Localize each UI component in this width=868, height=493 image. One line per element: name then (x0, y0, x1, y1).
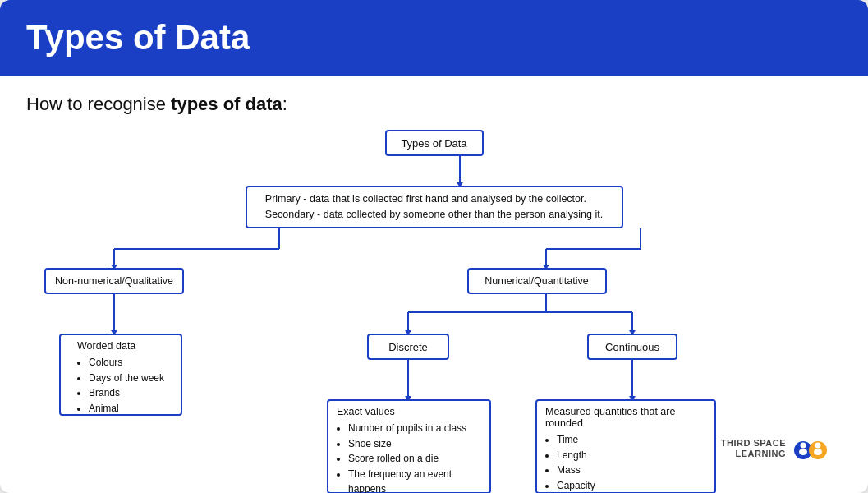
svg-point-28 (815, 443, 821, 449)
logo-line2: LEARNING (721, 449, 786, 459)
list-item: Colours (89, 355, 164, 371)
numerical-label: Numerical/Quantitative (485, 275, 588, 287)
list-item: Capacity (557, 478, 706, 493)
measured-list: Time Length Mass Capacity (545, 432, 706, 493)
box-continuous: Continuous (587, 334, 677, 360)
list-item: Mass (557, 463, 706, 478)
non-numerical-label: Non-numerical/Qualitative (55, 275, 173, 287)
box-exact: Exact values Number of pupils in a class… (327, 399, 491, 493)
box-measured: Measured quantities that are rounded Tim… (535, 399, 716, 493)
svg-point-27 (799, 449, 807, 455)
box-non-numerical: Non-numerical/Qualitative (44, 268, 184, 294)
discrete-label: Discrete (388, 341, 428, 353)
primary-secondary-label: Primary - data that is collected first h… (265, 191, 603, 223)
measured-title: Measured quantities that are rounded (545, 406, 706, 429)
types-of-data-label: Types of Data (401, 137, 466, 150)
continuous-label: Continuous (605, 341, 659, 353)
logo-text: THIRD SPACE LEARNING (721, 438, 786, 459)
subtitle-prefix: How to recognise (26, 94, 171, 114)
box-discrete: Discrete (367, 334, 449, 360)
box-worded: Worded data Colours Days of the week Bra… (59, 334, 182, 416)
list-item: Time (557, 432, 706, 448)
list-item: Length (557, 448, 706, 463)
card: Types of Data How to recognise types of … (0, 0, 868, 493)
box-primary-secondary: Primary - data that is collected first h… (246, 186, 623, 228)
exact-title: Exact values (337, 406, 481, 417)
list-item: Brands (89, 385, 164, 401)
list-item: Animal (89, 401, 164, 417)
logo-icon (792, 432, 829, 465)
subtitle: How to recognise types of data: (26, 94, 842, 115)
list-item: Days of the week (89, 371, 164, 386)
logo-line1: THIRD SPACE (721, 438, 786, 449)
worded-title: Worded data (77, 340, 164, 352)
content: How to recognise types of data: (0, 76, 868, 491)
svg-point-26 (801, 443, 806, 449)
subtitle-bold: types of data (171, 94, 282, 114)
diagram: Types of Data Primary - data that is col… (26, 130, 842, 475)
box-numerical: Numerical/Quantitative (467, 268, 607, 294)
worded-list: Colours Days of the week Brands Animal (77, 355, 164, 416)
list-item: The frequency an event happens (348, 467, 481, 493)
box-types-of-data: Types of Data (385, 130, 484, 156)
subtitle-suffix: : (282, 94, 287, 114)
list-item: Score rolled on a die (348, 451, 481, 467)
logo-area: THIRD SPACE LEARNING (721, 432, 829, 465)
svg-point-29 (814, 449, 822, 455)
list-item: Shoe size (348, 436, 481, 452)
page-title: Types of Data (26, 18, 842, 58)
list-item: Number of pupils in a class (348, 421, 481, 436)
exact-list: Number of pupils in a class Shoe size Sc… (337, 421, 481, 493)
tsl-logo-svg (792, 432, 829, 462)
header: Types of Data (0, 0, 868, 76)
